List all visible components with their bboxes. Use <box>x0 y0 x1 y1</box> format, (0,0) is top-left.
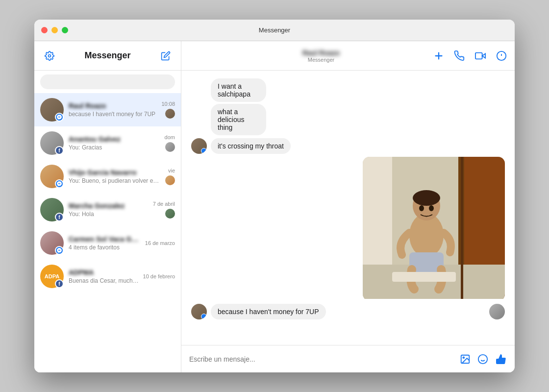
svg-point-0 <box>49 54 51 57</box>
msg-row-1: I want a salchipapa what a delicious thi… <box>191 78 505 135</box>
titlebar: Messenger <box>34 20 515 41</box>
svg-point-18 <box>429 205 434 211</box>
conv-item-4[interactable]: f Marcha Gonzalez You: Hola 7 de abril <box>34 193 181 226</box>
conv-time-5: 16 de marzo <box>145 240 175 246</box>
avatar-wrap-1 <box>40 98 64 122</box>
svg-rect-11 <box>461 157 463 299</box>
msg-bubble-4: because I haven't money for 7UP <box>211 304 326 319</box>
conv-time-2: dom <box>165 134 175 140</box>
conv-meta-5: 16 de marzo <box>145 240 175 246</box>
image-attach-button[interactable] <box>460 354 471 365</box>
conv-name-5: Carmen Sol Vaca Garcia <box>69 235 141 243</box>
conv-info-2: Anantou Galvez You: Gracias <box>69 135 161 151</box>
thumbsup-button[interactable] <box>495 353 507 365</box>
msg-avatar-messenger-badge <box>201 148 207 154</box>
conv-name-3: Vhijo Garcia Navarro <box>69 169 161 176</box>
conv-item-5[interactable]: Carmen Sol Vaca Garcia 4 items de favori… <box>34 226 181 260</box>
video-button[interactable] <box>474 50 486 61</box>
chat-area: Raul Roazo Messenger <box>181 41 515 372</box>
avatar-wrap-4: f <box>40 198 64 221</box>
chat-contact-name: Raul Roazo <box>302 49 340 57</box>
conv-item-1[interactable]: Raul Roazo because I haven't money for 7… <box>34 93 181 126</box>
search-input[interactable] <box>47 78 168 86</box>
conv-meta-3: vie <box>165 168 175 185</box>
conv-item-2[interactable]: f Anantou Galvez You: Gracias dom <box>34 126 181 160</box>
emoji-button[interactable] <box>477 354 488 365</box>
input-actions <box>460 353 507 365</box>
msg-row-3: because I haven't money for 7UP <box>191 304 505 319</box>
conv-preview-5: 4 items de favoritos <box>69 244 141 251</box>
sidebar-header: Messenger <box>34 41 181 71</box>
messenger-badge-5 <box>55 246 64 255</box>
conv-item-6[interactable]: ADPA f ADPMA Buenas dia Cesar, muchas gr… <box>34 260 181 293</box>
conv-item-3[interactable]: Vhijo Garcia Navarro You: Bueno, si pudi… <box>34 160 181 193</box>
info-button[interactable] <box>496 50 507 61</box>
conv-mini-avatar-3 <box>165 175 175 185</box>
sidebar-title: Messenger <box>84 50 130 61</box>
msg-bubble-1: I want a salchipapa <box>211 78 266 102</box>
conv-mini-avatar-1 <box>165 109 175 119</box>
conv-name-1: Raul Roazo <box>69 102 157 110</box>
message-input[interactable] <box>189 355 454 363</box>
close-button[interactable] <box>41 27 48 33</box>
facebook-badge-6: f <box>55 279 64 288</box>
msg-bubble-2: what a delicious thing <box>211 104 266 135</box>
conv-meta-2: dom <box>165 134 175 152</box>
svg-point-21 <box>478 354 487 363</box>
conv-meta-1: 10:08 <box>161 101 175 119</box>
svg-point-14 <box>413 190 440 206</box>
conv-info-3: Vhijo Garcia Navarro You: Bueno, si pudi… <box>69 169 161 184</box>
chat-header: Raul Roazo Messenger <box>181 41 515 71</box>
messenger-badge-1 <box>55 113 64 122</box>
search-bar <box>34 71 181 93</box>
facebook-badge-4: f <box>55 213 64 221</box>
compose-button[interactable] <box>158 49 173 63</box>
conv-preview-3: You: Bueno, si pudieran volver este año.… <box>69 177 161 184</box>
conv-info-5: Carmen Sol Vaca Garcia 4 items de favori… <box>69 235 141 251</box>
conv-preview-1: because I haven't money for 7UP <box>69 111 157 118</box>
conversation-list: Raul Roazo because I haven't money for 7… <box>34 93 181 372</box>
messages-area: I want a salchipapa what a delicious thi… <box>181 71 515 345</box>
chat-contact-info: Raul Roazo Messenger <box>302 49 340 63</box>
msg-group-incoming: I want a salchipapa what a delicious thi… <box>211 78 290 135</box>
outgoing-read-avatar <box>489 304 505 319</box>
conv-name-6: ADPMA <box>69 269 139 276</box>
chat-actions <box>433 50 507 61</box>
svg-point-20 <box>463 357 464 358</box>
conv-info-1: Raul Roazo because I haven't money for 7… <box>69 102 157 118</box>
phone-button[interactable] <box>454 50 465 61</box>
add-button[interactable] <box>433 50 444 61</box>
msg-avatar-badge-2 <box>201 314 207 319</box>
msg-row-2: it's crossing my throat <box>191 138 505 154</box>
conv-name-4: Marcha Gonzalez <box>69 202 149 210</box>
conv-time-3: vie <box>168 168 175 173</box>
window-title: Messenger <box>259 26 290 34</box>
svg-rect-16 <box>392 272 456 282</box>
chat-image <box>363 157 505 299</box>
search-wrap[interactable] <box>40 74 175 89</box>
main-content: Messenger <box>34 41 515 372</box>
svg-marker-1 <box>482 53 485 58</box>
conv-time-4: 7 de abril <box>153 201 175 207</box>
msg-image <box>363 157 505 301</box>
conv-time-1: 10:08 <box>161 101 175 107</box>
msg-row-image <box>191 157 505 301</box>
facebook-badge-2: f <box>55 146 64 155</box>
conv-mini-avatar-4 <box>165 209 175 219</box>
msg-bubble-3: it's crossing my throat <box>211 138 291 154</box>
msg-avatar-incoming <box>191 138 207 154</box>
maximize-button[interactable] <box>62 27 68 33</box>
messenger-window: Messenger Messenger <box>34 20 515 372</box>
conv-meta-4: 7 de abril <box>153 201 175 219</box>
avatar-wrap-6: ADPA f <box>40 265 64 288</box>
conv-preview-6: Buenas dia Cesar, muchas gracias <box>69 277 139 284</box>
conv-time-6: 10 de febrero <box>143 273 175 279</box>
svg-rect-2 <box>475 52 482 59</box>
svg-point-17 <box>419 205 424 211</box>
minimize-button[interactable] <box>51 27 58 33</box>
conv-preview-2: You: Gracias <box>69 144 161 151</box>
avatar-wrap-3 <box>40 165 64 188</box>
conv-meta-6: 10 de febrero <box>143 273 175 279</box>
avatar-wrap-2: f <box>40 131 64 155</box>
settings-button[interactable] <box>42 49 57 63</box>
